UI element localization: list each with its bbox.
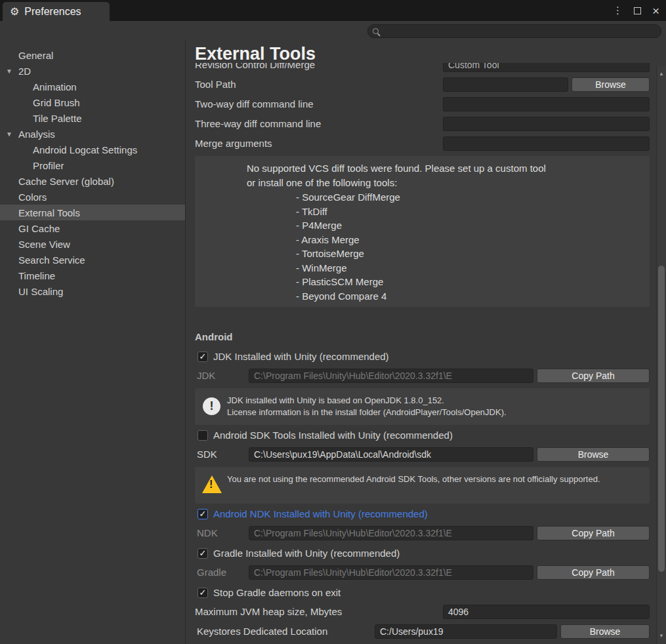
ndk-copy-path-button[interactable]: Copy Path — [537, 526, 650, 540]
jdk-checkbox[interactable]: ✓ — [198, 352, 208, 362]
sdk-checkbox-row: Android SDK Tools Installed with Unity (… — [186, 428, 656, 443]
vcs-help-box: No supported VCS diff tools were found. … — [195, 156, 650, 307]
sidebar-item-label: Android Logcat Settings — [33, 144, 137, 155]
jdk-info-line2: License information is in the install fo… — [227, 407, 636, 418]
vcs-tool-item: - SourceGear DiffMerge — [296, 190, 643, 205]
sdk-warning-box: ! You are not using the recommended Andr… — [195, 467, 650, 504]
ndk-label: NDK — [197, 526, 218, 540]
merge-arguments-input[interactable] — [443, 136, 650, 151]
warning-icon: ! — [202, 475, 222, 493]
search-input[interactable] — [367, 24, 661, 38]
close-icon[interactable]: × — [652, 5, 659, 17]
window-title: Preferences — [24, 6, 81, 18]
kebab-menu-icon[interactable]: ⋮ — [613, 5, 623, 16]
gradle-path-field: C:\Program Files\Unity\Hub\Editor\2020.3… — [249, 565, 533, 580]
keystores-input[interactable]: C:/Users/pux19 — [375, 624, 557, 639]
gradle-copy-path-button[interactable]: Copy Path — [537, 565, 650, 580]
tool-path-input[interactable] — [443, 77, 568, 92]
sidebar-item-colors[interactable]: Colors — [0, 189, 185, 205]
sidebar-item-2d[interactable]: ▼2D — [0, 63, 185, 79]
sidebar-item-animation[interactable]: Animation — [0, 79, 185, 94]
sidebar-item-ui-scaling[interactable]: UI Scaling — [0, 283, 185, 299]
revision-control-row: Revision Control Diff/Merge Custom Tool — [186, 63, 656, 73]
sidebar-item-analysis[interactable]: ▼Analysis — [0, 126, 185, 142]
info-exclaim: ! — [210, 399, 214, 413]
sidebar-item-search-service[interactable]: Search Service — [0, 252, 185, 268]
sdk-warning-text: You are not using the recommended Androi… — [227, 473, 636, 485]
gradle-path-row: Gradle C:\Program Files\Unity\Hub\Editor… — [186, 565, 656, 580]
sdk-browse-button[interactable]: Browse — [537, 447, 650, 462]
gradle-checkbox[interactable]: ✓ — [198, 548, 208, 559]
sidebar-item-label: Analysis — [18, 129, 55, 140]
keystores-label: Keystores Dedicated Location — [197, 624, 327, 639]
vcs-tool-item: - WinMerge — [296, 261, 643, 275]
tool-path-label: Tool Path — [195, 77, 236, 92]
sidebar-item-gi-cache[interactable]: GI Cache — [0, 220, 185, 236]
sidebar-item-label: Timeline — [18, 270, 55, 281]
sidebar-item-grid-brush[interactable]: Grid Brush — [0, 94, 185, 110]
sdk-label: SDK — [197, 447, 217, 462]
sidebar-item-label: GI Cache — [18, 223, 60, 234]
maximize-icon[interactable] — [634, 7, 641, 14]
stop-gradle-checkbox[interactable]: ✓ — [198, 588, 208, 598]
external-tools-panel: External Tools Revision Control Diff/Mer… — [186, 41, 656, 644]
sidebar-item-cache-server[interactable]: Cache Server (global) — [0, 173, 185, 189]
two-way-diff-input[interactable] — [443, 97, 650, 111]
sidebar-item-tile-palette[interactable]: Tile Palette — [0, 110, 185, 126]
scroll-up-icon[interactable]: ▲ — [657, 71, 666, 77]
revision-control-label: Revision Control Diff/Merge — [195, 63, 315, 72]
sidebar-item-timeline[interactable]: Timeline — [0, 268, 185, 283]
ndk-path-row: NDK C:\Program Files\Unity\Hub\Editor\20… — [186, 526, 656, 540]
foldout-arrow-icon[interactable]: ▼ — [6, 131, 18, 138]
sidebar-item-label: Tile Palette — [33, 113, 81, 124]
sidebar-item-scene-view[interactable]: Scene View — [0, 236, 185, 252]
vcs-tool-item: - Beyond Compare 4 — [296, 289, 643, 304]
vcs-tool-item: - TortoiseMerge — [296, 247, 643, 261]
tool-path-browse-button[interactable]: Browse — [572, 77, 650, 92]
sidebar-item-android-logcat-settings[interactable]: Android Logcat Settings — [0, 142, 185, 157]
keystores-browse-button[interactable]: Browse — [560, 624, 650, 639]
jdk-info-box: ! JDK installed with Unity is based on O… — [195, 388, 650, 425]
page-title: External Tools — [195, 44, 316, 64]
vertical-scrollbar[interactable]: ▲ ▼ — [656, 66, 666, 644]
gradle-label: Gradle — [197, 565, 226, 580]
sidebar-item-label: External Tools — [18, 207, 80, 218]
sidebar-item-general[interactable]: General — [0, 47, 185, 63]
jdk-copy-path-button[interactable]: Copy Path — [537, 369, 650, 383]
sidebar-item-label: Animation — [33, 81, 77, 92]
three-way-diff-row: Three-way diff command line — [186, 117, 656, 131]
scrollbar-thumb[interactable] — [658, 266, 665, 572]
sidebar-item-label: Colors — [18, 191, 47, 203]
checkmark-icon: ✓ — [199, 588, 207, 597]
toolbar — [0, 21, 666, 41]
scroll-down-icon[interactable]: ▼ — [657, 633, 666, 639]
sidebar-item-label: Search Service — [18, 254, 85, 266]
jvm-heap-input[interactable]: 4096 — [443, 605, 650, 619]
sdk-checkbox[interactable] — [198, 430, 208, 441]
gradle-checkbox-label: Gradle Installed with Unity (recommended… — [213, 546, 400, 561]
stop-gradle-checkbox-label: Stop Gradle daemons on exit — [213, 586, 341, 600]
three-way-diff-label: Three-way diff command line — [195, 117, 321, 131]
search-icon — [373, 28, 379, 34]
sidebar-item-profiler[interactable]: Profiler — [0, 157, 185, 173]
sidebar-item-label: 2D — [18, 66, 31, 77]
vcs-tool-item: - P4Merge — [296, 218, 643, 233]
foldout-arrow-icon[interactable]: ▼ — [6, 68, 18, 75]
sidebar-item-external-tools[interactable]: External Tools — [0, 205, 185, 220]
vcs-help-line1: No supported VCS diff tools were found. … — [247, 161, 643, 176]
ndk-checkbox-label: Android NDK Installed with Unity (recomm… — [213, 507, 428, 521]
jvm-heap-label: Maximum JVM heap size, Mbytes — [195, 605, 342, 619]
android-section-title: Android — [195, 330, 233, 344]
vcs-tool-item: - TkDiff — [296, 205, 643, 219]
preferences-tab[interactable]: ⚙ Preferences — [3, 2, 110, 21]
jdk-checkbox-label: JDK Installed with Unity (recommended) — [213, 350, 389, 364]
ndk-checkbox[interactable]: ✓ — [198, 509, 208, 519]
three-way-diff-input[interactable] — [443, 117, 650, 131]
revision-control-dropdown[interactable]: Custom Tool — [443, 63, 650, 72]
two-way-diff-label: Two-way diff command line — [195, 97, 314, 111]
ndk-path-field: C:\Program Files\Unity\Hub\Editor\2020.3… — [249, 526, 533, 540]
merge-arguments-row: Merge arguments — [186, 136, 656, 151]
sidebar-item-label: General — [18, 50, 53, 61]
sdk-path-field[interactable]: C:\Users\pux19\AppData\Local\Android\sdk — [249, 447, 533, 462]
vcs-help-line2: or install one of the following tools: — [247, 176, 643, 190]
